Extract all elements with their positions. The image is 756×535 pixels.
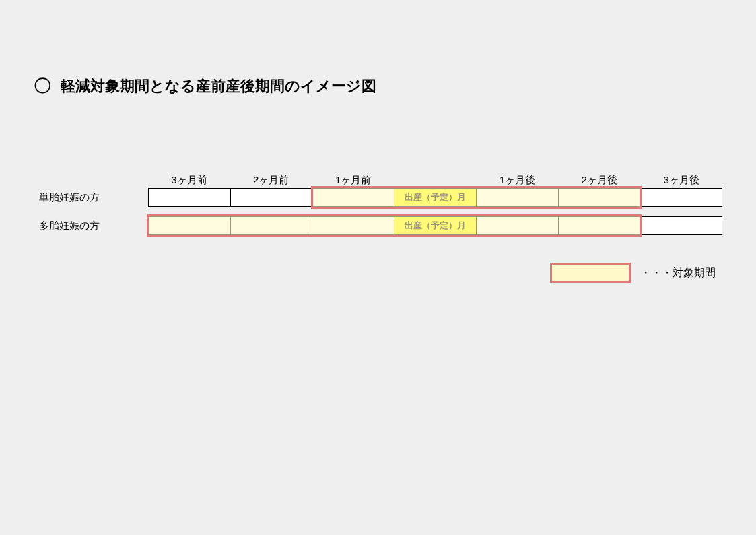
col-header: 2ヶ月後 [558,172,640,188]
cell [231,216,313,235]
cell [231,188,313,207]
col-header: 1ヶ月前 [312,172,394,188]
row-single: 単胎妊娠の方 出産（予定）月 [34,188,722,207]
birth-month-cell: 出産（予定）月 [394,188,477,207]
cell [312,188,394,207]
birth-month-cell: 出産（予定）月 [394,216,477,235]
row-multi: 多胎妊娠の方 出産（予定）月 [34,216,722,235]
cell [477,216,559,235]
cell [559,216,641,235]
cell [148,188,231,207]
cell [640,188,722,207]
page-title: 軽減対象期間となる産前産後期間のイメージ図 [61,76,376,96]
timeline-chart: 3ヶ月前 2ヶ月前 1ヶ月前 1ヶ月後 2ヶ月後 3ヶ月後 単胎妊娠の方 出産（… [34,172,722,235]
legend-swatch [550,263,631,283]
cell [148,216,231,235]
row-label-multi: 多胎妊娠の方 [34,216,148,235]
cell [477,188,559,207]
cell [312,216,394,235]
cell [559,188,641,207]
diagram-container: 〇 軽減対象期間となる産前産後期間のイメージ図 3ヶ月前 2ヶ月前 1ヶ月前 1… [0,0,756,235]
col-header: 1ヶ月後 [476,172,558,188]
cell [640,216,722,235]
legend-label: ・・・対象期間 [640,266,716,280]
legend: ・・・対象期間 [550,263,716,283]
timeline-header: 3ヶ月前 2ヶ月前 1ヶ月前 1ヶ月後 2ヶ月後 3ヶ月後 [34,172,722,188]
col-header [394,172,477,188]
header-spacer [34,172,148,188]
col-header: 2ヶ月前 [230,172,312,188]
title-bullet-icon: 〇 [34,74,51,98]
title-row: 〇 軽減対象期間となる産前産後期間のイメージ図 [34,74,722,98]
col-header: 3ヶ月前 [148,172,230,188]
col-header: 3ヶ月後 [640,172,722,188]
row-label-single: 単胎妊娠の方 [34,188,148,207]
